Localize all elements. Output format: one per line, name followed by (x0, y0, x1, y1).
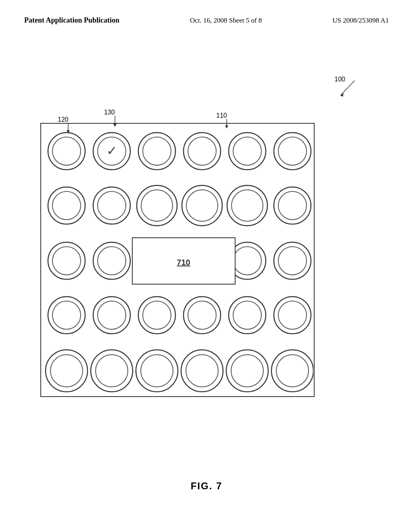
svg-text:✓: ✓ (106, 143, 117, 158)
date-sheet-label: Oct. 16, 2008 Sheet 5 of 8 (190, 17, 262, 25)
ref-120-label: 120 (58, 116, 69, 123)
svg-point-32 (278, 191, 307, 220)
svg-point-17 (229, 133, 266, 170)
svg-point-54 (50, 355, 83, 387)
svg-point-31 (274, 187, 311, 224)
svg-point-53 (46, 350, 88, 392)
svg-point-34 (52, 247, 81, 275)
svg-point-36 (98, 247, 126, 275)
svg-point-23 (93, 187, 130, 224)
svg-point-25 (137, 185, 177, 226)
svg-line-0 (340, 81, 355, 96)
svg-point-59 (181, 350, 223, 392)
svg-point-16 (188, 137, 216, 165)
svg-text:710: 710 (177, 258, 190, 267)
svg-point-33 (48, 242, 85, 279)
svg-point-50 (233, 301, 261, 329)
svg-point-56 (96, 355, 128, 387)
svg-point-26 (141, 190, 173, 221)
svg-point-19 (274, 133, 311, 170)
svg-point-14 (143, 137, 171, 165)
svg-point-63 (271, 350, 313, 392)
svg-point-30 (232, 190, 263, 221)
figure-caption: FIG. 7 (0, 480, 413, 492)
svg-point-38 (233, 247, 261, 275)
ref-100-arrow (336, 79, 361, 101)
svg-point-55 (91, 350, 133, 392)
svg-point-41 (48, 297, 85, 334)
svg-point-9 (52, 137, 81, 165)
svg-point-39 (274, 242, 311, 279)
svg-point-27 (182, 185, 222, 226)
svg-point-57 (136, 350, 178, 392)
svg-point-21 (48, 187, 85, 224)
page-header: Patent Application Publication Oct. 16, … (0, 16, 413, 25)
svg-point-46 (143, 301, 171, 329)
svg-point-29 (227, 185, 267, 226)
svg-point-48 (188, 301, 216, 329)
svg-point-61 (226, 350, 268, 392)
svg-point-49 (229, 297, 266, 334)
svg-point-20 (278, 137, 307, 165)
svg-point-22 (52, 191, 81, 220)
svg-point-13 (138, 133, 175, 170)
svg-point-8 (48, 133, 85, 170)
svg-point-18 (233, 137, 261, 165)
circles-grid: ✓ (42, 125, 313, 397)
svg-point-15 (184, 133, 221, 170)
svg-point-35 (93, 242, 130, 279)
svg-point-51 (274, 297, 311, 334)
svg-point-42 (52, 301, 81, 329)
ref-110-label: 110 (216, 112, 227, 119)
patent-number-label: US 2008/253098 A1 (332, 17, 389, 25)
svg-point-62 (231, 355, 263, 387)
svg-point-43 (93, 297, 130, 334)
svg-point-64 (276, 355, 309, 387)
svg-point-44 (98, 301, 126, 329)
svg-point-58 (141, 355, 173, 387)
ref-130-label: 130 (104, 109, 115, 116)
svg-point-28 (186, 190, 218, 221)
svg-point-40 (278, 247, 307, 275)
svg-point-24 (98, 191, 126, 220)
svg-point-47 (184, 297, 221, 334)
svg-point-52 (278, 301, 307, 329)
publication-label: Patent Application Publication (24, 16, 119, 25)
svg-point-45 (138, 297, 175, 334)
svg-point-60 (186, 355, 218, 387)
